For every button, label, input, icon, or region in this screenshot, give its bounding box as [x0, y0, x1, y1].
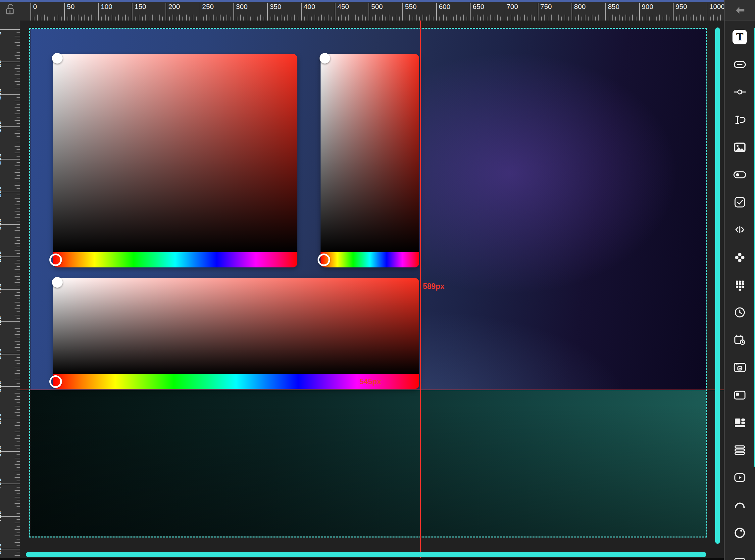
saturation-value-area[interactable] [53, 278, 419, 374]
hue-cursor-handle[interactable] [49, 254, 62, 266]
ruler-tick [47, 17, 48, 21]
tool-arc-button[interactable] [733, 498, 747, 512]
ruler-tick [585, 15, 585, 21]
ruler-tick [78, 15, 78, 21]
tool-toggle-button[interactable] [733, 167, 747, 182]
horizontal-scrollbar[interactable] [26, 552, 706, 557]
sv-cursor-handle[interactable] [320, 53, 330, 63]
tool-input-field-button[interactable] [733, 113, 747, 127]
hue-cursor-handle[interactable] [49, 375, 62, 388]
tool-video-player-button[interactable] [733, 470, 747, 485]
ruler-tick [15, 276, 20, 277]
ruler-tick [720, 15, 721, 21]
ruler-tick [595, 17, 596, 21]
tool-keypad-button[interactable] [733, 278, 747, 292]
tool-code-button[interactable] [733, 222, 747, 237]
saturation-value-area[interactable] [53, 54, 297, 252]
ruler-tick [17, 519, 20, 520]
tool-button-button[interactable] [733, 57, 747, 72]
horizontal-ruler[interactable]: 0501001502002503003504004505005506006507… [20, 0, 724, 21]
ruler-tick [17, 494, 20, 494]
canvas-viewport[interactable]: 589px 545px [20, 21, 724, 560]
ruler-tick [17, 214, 20, 215]
ruler-tick [713, 15, 714, 21]
tool-calendar-clock-button[interactable] [733, 333, 747, 347]
ruler-tick [392, 17, 393, 21]
color-picker-narrow[interactable] [321, 54, 419, 267]
ruler-tick [17, 377, 20, 377]
sv-cursor-handle[interactable] [52, 277, 63, 287]
sv-cursor-handle[interactable] [52, 53, 63, 63]
hue-slider[interactable] [53, 252, 297, 267]
color-picker-large[interactable] [53, 54, 297, 267]
ruler-tick [17, 325, 20, 325]
ruler-tick [15, 146, 20, 147]
ruler-label: 800 [574, 3, 586, 11]
color-picker-wide[interactable] [53, 278, 419, 389]
ruler-tick [0, 451, 20, 452]
ruler-tick [15, 165, 20, 166]
media-window-icon [733, 361, 747, 374]
tool-panel-button[interactable] [733, 388, 747, 402]
ruler-tick [15, 510, 20, 511]
ruler-label: 250 [0, 186, 3, 197]
ruler-tick [679, 15, 680, 21]
ruler-tick [531, 15, 531, 21]
ruler-tick [17, 136, 20, 137]
ruler-tick [0, 257, 20, 257]
vertical-scrollbar[interactable] [715, 27, 720, 544]
ruler-tick [470, 3, 470, 21]
panel-icon [733, 388, 747, 402]
tool-slider-button[interactable] [733, 85, 747, 99]
ruler-tick [179, 15, 180, 21]
horizontal-measure-guide[interactable] [20, 389, 724, 390]
tool-media-window-button[interactable] [733, 360, 747, 375]
ruler-tick [95, 17, 95, 21]
ruler-tick [51, 15, 51, 21]
ruler-tick [17, 481, 20, 481]
tool-rows-button[interactable] [733, 443, 747, 457]
ruler-tick [15, 204, 20, 205]
ruler-tick [15, 490, 20, 491]
ruler-label: 650 [472, 3, 484, 11]
ruler-tick [98, 3, 99, 21]
ruler-tick [15, 178, 20, 179]
ruler-tick [504, 3, 504, 21]
ruler-label: 300 [0, 218, 3, 230]
ruler-tick [602, 17, 602, 21]
arrow-left-icon[interactable] [734, 5, 746, 17]
tool-image-button[interactable] [733, 140, 747, 155]
tool-progress-bar-button[interactable] [733, 553, 747, 560]
saturation-value-area[interactable] [321, 54, 419, 252]
tool-knob-button[interactable] [733, 525, 747, 540]
vertical-measure-guide[interactable] [420, 21, 421, 560]
arc-icon [733, 498, 747, 512]
tool-layout-blocks-button[interactable] [733, 415, 747, 430]
ruler-tick [17, 461, 20, 462]
ruler-tick [15, 185, 20, 186]
text-icon: T [736, 33, 743, 42]
hue-slider[interactable] [321, 252, 419, 267]
tool-checkbox-button[interactable] [733, 195, 747, 209]
ruler-tick [284, 17, 285, 21]
tool-clock-button[interactable] [733, 305, 747, 320]
ruler-tick [17, 253, 20, 254]
ruler-tick [88, 17, 89, 21]
ruler-tick [17, 97, 20, 98]
ruler-tick [41, 17, 41, 21]
ruler-tick [152, 15, 153, 21]
vertical-ruler[interactable]: 0501001502002503003504004505005506006507… [0, 21, 20, 560]
ruler-tick [342, 15, 342, 21]
ruler-tick [352, 17, 352, 21]
tool-component-button[interactable] [733, 250, 747, 265]
slider-icon [733, 85, 747, 99]
unlock-icon[interactable] [4, 3, 16, 18]
ruler-tick [15, 503, 20, 504]
tool-text-button[interactable]: T [733, 30, 747, 44]
ruler-tick [17, 221, 20, 221]
toolbar-scrollbar[interactable] [754, 28, 755, 467]
ruler-tick [17, 331, 20, 332]
ruler-tick [646, 15, 646, 21]
hue-cursor-handle[interactable] [317, 254, 330, 266]
ruler-label: 450 [337, 3, 349, 11]
